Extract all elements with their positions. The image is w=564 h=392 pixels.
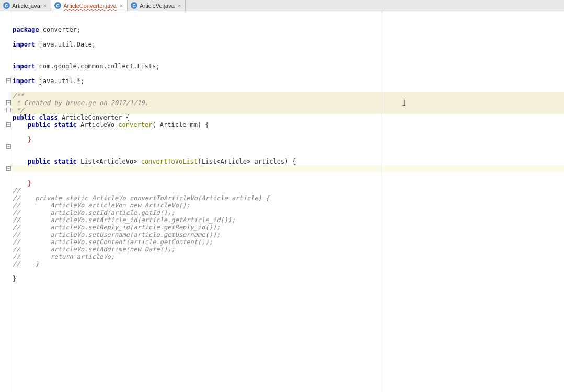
code-line[interactable] — [11, 172, 564, 180]
tab-label: ArticleConverter.java — [63, 3, 117, 9]
code-line[interactable] — [11, 165, 564, 172]
close-icon[interactable]: × — [42, 3, 48, 9]
code-line[interactable]: public static ArticleVo converter( Artic… — [11, 121, 564, 129]
editor-splitter[interactable] — [382, 11, 382, 392]
code-line[interactable]: * Created by bruce.ge on 2017/1/19. — [11, 99, 564, 107]
code-line[interactable]: // articleVo.setContent(article.getConte… — [11, 238, 564, 246]
fold-toggle-icon[interactable]: − — [6, 144, 11, 149]
fold-toggle-icon[interactable]: − — [6, 78, 11, 83]
gutter: −−−−−− — [0, 11, 11, 392]
code-line[interactable]: // private static ArticleVo convertToArt… — [11, 194, 564, 202]
code-line[interactable] — [11, 48, 564, 55]
code-line[interactable]: // return articleVo; — [11, 253, 564, 260]
code-line[interactable]: // — [11, 187, 564, 194]
tab-label: Article.java — [12, 3, 40, 9]
class-icon: C — [131, 2, 137, 9]
code-line[interactable] — [11, 33, 564, 41]
code-line[interactable]: } — [11, 136, 564, 143]
class-icon: C — [3, 2, 10, 9]
class-icon: C — [54, 2, 61, 9]
code-line[interactable] — [11, 70, 564, 77]
tab-articlevo-java[interactable]: CArticleVo.java× — [128, 0, 186, 11]
tab-label: ArticleVo.java — [140, 3, 175, 9]
fold-toggle-icon[interactable]: − — [6, 100, 11, 105]
code-line[interactable]: public static List<ArticleVo> convertToV… — [11, 158, 564, 165]
code-line[interactable]: } — [11, 275, 564, 282]
code-line[interactable] — [11, 85, 564, 92]
code-line[interactable]: // articleVo.setId(article.getId()); — [11, 209, 564, 216]
code-line[interactable]: // } — [11, 260, 564, 268]
code-line[interactable]: } — [11, 180, 564, 187]
text-cursor-icon: I — [402, 99, 405, 107]
close-icon[interactable]: × — [119, 3, 124, 9]
fold-toggle-icon[interactable]: − — [6, 122, 11, 127]
code-line[interactable]: // articleVo.setUsername(article.getUser… — [11, 231, 564, 238]
code-line[interactable]: */ — [11, 107, 564, 114]
code-line[interactable] — [11, 268, 564, 275]
code-line[interactable]: // articleVo.setAddtime(new Date()); — [11, 246, 564, 253]
code-line[interactable] — [11, 151, 564, 158]
code-line[interactable]: import java.util.*; — [11, 77, 564, 85]
fold-toggle-icon[interactable]: − — [6, 166, 11, 171]
close-icon[interactable]: × — [177, 3, 182, 9]
code-line[interactable]: import java.util.Date; — [11, 41, 564, 48]
editor: −−−−−− package converter; import java.ut… — [0, 11, 564, 392]
tab-article-java[interactable]: CArticle.java× — [0, 0, 51, 11]
tab-bar: CArticle.java×CArticleConverter.java×CAr… — [0, 0, 564, 11]
code-line[interactable]: public class ArticleConverter { — [11, 114, 564, 121]
code-line[interactable]: // articleVo.setReply_id(article.getRepl… — [11, 224, 564, 231]
code-line[interactable] — [11, 143, 564, 151]
code-line[interactable]: /** — [11, 92, 564, 99]
code-line[interactable]: import com.google.common.collect.Lists; — [11, 63, 564, 70]
code-line[interactable]: // ArticleVo articleVo= new ArticleVo(); — [11, 202, 564, 209]
fold-toggle-icon[interactable]: − — [6, 108, 11, 112]
code-line[interactable]: // articleVo.setArticle_id(article.getAr… — [11, 216, 564, 224]
code-line[interactable] — [11, 55, 564, 63]
code-area[interactable]: package converter; import java.util.Date… — [11, 11, 564, 392]
tab-articleconverter-java[interactable]: CArticleConverter.java× — [51, 0, 128, 11]
code-line[interactable]: package converter; — [11, 26, 564, 33]
code-line[interactable] — [11, 129, 564, 136]
